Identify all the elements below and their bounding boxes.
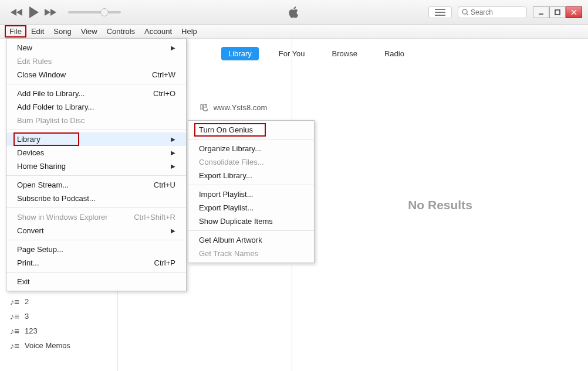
menu-label: Print... <box>17 258 39 267</box>
menu-separator <box>6 175 186 176</box>
menu-view[interactable]: View <box>76 25 102 38</box>
close-button[interactable] <box>566 6 582 18</box>
menu-shortcut: Ctrl+W <box>152 70 175 79</box>
list-view-button[interactable] <box>428 6 452 18</box>
playlist-icon: ♪≡ <box>9 297 20 307</box>
play-icon[interactable] <box>28 6 39 18</box>
search-icon <box>462 9 469 16</box>
menu-label: Consolidate Files... <box>199 158 264 166</box>
file-add-file[interactable]: Add File to Library... Ctrl+O <box>6 87 186 100</box>
menu-separator <box>6 240 186 240</box>
menu-label: Import Playlist... <box>199 190 253 199</box>
menu-shortcut: Ctrl+Shift+R <box>134 213 175 222</box>
toolbar-right <box>428 6 588 18</box>
library-import-playlist[interactable]: Import Playlist... <box>188 188 314 201</box>
submenu-arrow-icon: ▶ <box>171 227 175 234</box>
minimize-button[interactable] <box>533 6 549 18</box>
menu-label: Turn On Genius <box>199 125 253 134</box>
menu-separator <box>6 272 186 273</box>
menu-label: Open Stream... <box>17 181 69 189</box>
sidebar-item-label: 2 <box>25 297 29 306</box>
library-organize[interactable]: Organize Library... <box>188 142 314 155</box>
library-export-library[interactable]: Export Library... <box>188 169 314 182</box>
file-page-setup[interactable]: Page Setup... <box>6 243 186 256</box>
volume-slider[interactable] <box>68 11 121 13</box>
submenu-arrow-icon: ▶ <box>171 136 175 142</box>
url-text: www.Ysts8.com <box>214 103 268 112</box>
menu-edit[interactable]: Edit <box>26 25 49 38</box>
library-turn-on-genius[interactable]: Turn On Genius <box>188 123 314 137</box>
menu-label: Export Playlist... <box>199 203 254 212</box>
search-input[interactable] <box>471 8 518 16</box>
menu-file[interactable]: File <box>5 25 26 38</box>
prev-track-icon[interactable] <box>11 8 23 17</box>
library-show-duplicates[interactable]: Show Duplicate Items <box>188 215 314 228</box>
file-devices[interactable]: Devices ▶ <box>6 146 186 159</box>
file-print[interactable]: Print... Ctrl+P <box>6 256 186 270</box>
menu-label: Add File to Library... <box>17 89 85 98</box>
sidebar-item-label: 123 <box>25 326 38 335</box>
menu-label: Convert <box>17 226 44 235</box>
sidebar-playlist-2[interactable]: ♪≡ 2 <box>9 294 117 309</box>
url-prefix: 吧 <box>200 103 208 112</box>
menu-label: New <box>17 43 32 52</box>
sidebar-playlist-123[interactable]: ♪≡ 123 <box>9 324 117 338</box>
file-open-stream[interactable]: Open Stream... Ctrl+U <box>6 178 186 192</box>
playlist-icon: ♪≡ <box>9 311 20 321</box>
menu-help[interactable]: Help <box>177 25 202 38</box>
file-new[interactable]: New ▶ <box>6 41 186 55</box>
menu-controls[interactable]: Controls <box>102 25 140 38</box>
menu-shortcut: Ctrl+P <box>154 258 175 267</box>
file-close-window[interactable]: Close Window Ctrl+W <box>6 68 186 81</box>
file-home-sharing[interactable]: Home Sharing ▶ <box>6 159 186 173</box>
library-get-artwork[interactable]: Get Album Artwork <box>188 233 314 247</box>
file-exit[interactable]: Exit <box>6 275 186 288</box>
svg-line-1 <box>467 13 468 15</box>
menu-label: Close Window <box>17 70 66 79</box>
player-toolbar <box>0 0 588 25</box>
library-consolidate: Consolidate Files... <box>188 155 314 169</box>
menu-shortcut: Ctrl+U <box>154 181 175 189</box>
menu-label: Show Duplicate Items <box>199 217 273 226</box>
apple-logo-icon <box>289 6 299 18</box>
menu-label: Show in Windows Explorer <box>17 213 108 222</box>
file-show-explorer: Show in Windows Explorer Ctrl+Shift+R <box>6 210 186 224</box>
menu-label: Edit Rules <box>17 57 52 66</box>
menu-label: Get Track Names <box>199 249 258 258</box>
file-menu-dropdown: New ▶ Edit Rules Close Window Ctrl+W Add… <box>6 38 187 291</box>
menu-separator <box>188 185 314 185</box>
menu-bar: File Edit Song View Controls Account Hel… <box>0 25 588 39</box>
file-edit-rules: Edit Rules <box>6 55 186 68</box>
search-field[interactable] <box>458 6 527 18</box>
menu-separator <box>188 230 314 231</box>
menu-account[interactable]: Account <box>140 25 177 38</box>
sidebar-item-label: Voice Memos <box>25 341 70 350</box>
submenu-arrow-icon: ▶ <box>171 163 175 169</box>
file-add-folder[interactable]: Add Folder to Library... <box>6 100 186 114</box>
menu-separator <box>6 207 186 208</box>
menu-label: Burn Playlist to Disc <box>17 116 85 125</box>
file-library[interactable]: Library ▶ <box>6 132 186 146</box>
tab-library[interactable]: Library <box>221 47 259 60</box>
file-burn: Burn Playlist to Disc <box>6 114 186 127</box>
menu-label: Devices <box>17 148 44 157</box>
maximize-button[interactable] <box>549 6 566 18</box>
window-buttons <box>533 6 582 18</box>
menu-label: Subscribe to Podcast... <box>17 194 96 203</box>
sidebar-playlist-3[interactable]: ♪≡ 3 <box>9 309 117 324</box>
volume-track[interactable] <box>68 11 121 13</box>
menu-song[interactable]: Song <box>49 25 76 38</box>
submenu-arrow-icon: ▶ <box>171 45 175 51</box>
file-convert[interactable]: Convert ▶ <box>6 224 186 237</box>
menu-separator <box>6 130 186 130</box>
library-export-playlist[interactable]: Export Playlist... <box>188 201 314 215</box>
menu-label: Page Setup... <box>17 245 63 254</box>
volume-knob[interactable] <box>100 8 109 16</box>
file-subscribe-podcast[interactable]: Subscribe to Podcast... <box>6 192 186 205</box>
sidebar-item-label: 3 <box>25 312 29 321</box>
svg-point-0 <box>462 9 467 14</box>
next-track-icon[interactable] <box>43 8 56 17</box>
menu-label: Export Library... <box>199 171 252 180</box>
sidebar-voice-memos[interactable]: ♪≡ Voice Memos <box>9 338 117 353</box>
menu-separator <box>188 139 314 139</box>
